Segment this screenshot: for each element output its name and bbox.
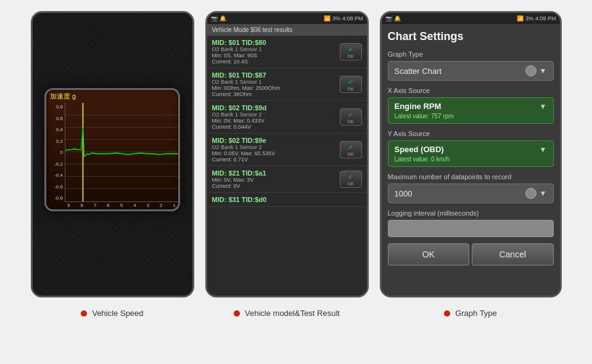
y-label-08: 0.8	[56, 104, 63, 110]
y-axis-latest: Latest value: 0 km/h	[395, 156, 547, 163]
red-dot-2	[234, 310, 240, 317]
graph-type-dropdown[interactable]: Scatter Chart ▼	[388, 61, 554, 81]
dropdown-right-2: ▼	[525, 188, 547, 199]
x-axis-box-header: Engine RPM ▼	[395, 102, 547, 111]
graph-type-value: Scatter Chart	[395, 67, 442, 76]
ok-check-1: ✓	[348, 45, 354, 54]
y-axis-box[interactable]: Speed (OBD) ▼ Latest value: 0 km/h	[388, 140, 554, 167]
chevron-down-icon-1: ▼	[540, 67, 547, 75]
max-datapoints-label: Maximum number of datapoints to record	[388, 173, 554, 180]
label-panel-3: Graph Type	[380, 309, 562, 318]
max-datapoints-value: 1000	[395, 189, 413, 198]
ok-dialog-button[interactable]: OK	[388, 243, 470, 265]
y-label-06: 0.6	[56, 116, 63, 121]
dropdown-right-1: ▼	[525, 65, 547, 76]
phone-frame-2: 📷 🔔 📶 3% 4:08 PM Vehicle Mode $06 test r…	[205, 11, 369, 297]
test-item-info-4: MID: $02 TID:$9e O2 Bank 1 Sensor 2 Min:…	[212, 137, 340, 163]
phone-frame-1: 加速度 g 0.8 0.6 0.4 0.2 0 -0.2 -0.4 -0.6 -…	[31, 11, 194, 297]
status-bar-left-2: 📷 🔔	[211, 15, 226, 22]
y-label-neg04: -0.4	[54, 172, 63, 178]
y-label-04: 0.4	[56, 127, 63, 132]
y-axis-label: Y Axis Source	[388, 130, 554, 137]
test-list: MID: $01 TID:$80 O2 Bank 1 Sensor 1 Min:…	[207, 36, 367, 296]
status-bar-right-3: 📶 3% 4:09 PM	[517, 15, 556, 22]
ok-check-5: ✓	[348, 172, 354, 181]
ok-check-2: ✓	[348, 78, 354, 86]
max-datapoints-dropdown[interactable]: 1000 ▼	[388, 184, 554, 203]
test-mid-6: MID: $31 TID:$d0	[212, 196, 362, 203]
chevron-down-icon-4: ▼	[540, 189, 547, 198]
chart-plot	[65, 103, 178, 202]
graph-type-label: Graph Type	[388, 51, 554, 58]
chart-area: 0.8 0.6 0.4 0.2 0 -0.2 -0.4 -0.6 -0.8	[46, 103, 178, 202]
panel-vehicle-speed: 加速度 g 0.8 0.6 0.4 0.2 0 -0.2 -0.4 -0.6 -…	[31, 11, 194, 297]
label-panel-1: Vehicle Speed	[31, 309, 194, 318]
label-panel-2: Vehicle model&Test Result	[205, 309, 369, 318]
x-axis-name: Engine RPM	[395, 102, 442, 111]
red-dot-3	[444, 310, 450, 317]
test-item-info-1: MID: $01 TID:$80 O2 Bank 1 Sensor 1 Min:…	[212, 39, 340, 65]
test-range-2: Min: 0Ohm, Max: 2500Ohm	[212, 85, 340, 91]
x-axis: 9 8 7 6 5 4 3 2 1	[46, 202, 178, 209]
test-mid-1: MID: $01 TID:$80	[212, 39, 340, 46]
ok-button-2[interactable]: ✓ OK	[340, 76, 362, 93]
y-label-neg08: -0.8	[54, 195, 63, 201]
test-range-1: Min: 0S, Max: 90S	[212, 52, 340, 59]
status-bar-3: 📷 🔔 📶 3% 4:09 PM	[382, 13, 560, 24]
ok-text-3: OK	[347, 119, 353, 124]
y-axis-box-header: Speed (OBD) ▼	[395, 145, 547, 154]
y-label-0: 0	[60, 150, 63, 155]
test-current-2: Current: 38Ohm	[212, 91, 340, 97]
ok-text-2: OK	[347, 87, 353, 91]
test-current-3: Current: 0.044V	[212, 124, 340, 130]
ok-check-3: ✓	[348, 110, 354, 119]
chart-widget: 加速度 g 0.8 0.6 0.4 0.2 0 -0.2 -0.4 -0.6 -…	[44, 88, 180, 211]
test-item-info-5: MID: $21 TID:$a1 Min: 0V, Max: 3V Curren…	[212, 169, 340, 189]
test-sensor-1: O2 Bank 1 Sensor 1	[212, 46, 340, 52]
status-bar-left-3: 📷 🔔	[385, 15, 401, 22]
labels-row: Vehicle Speed Vehicle model&Test Result …	[0, 302, 592, 318]
ok-text-1: OK	[347, 54, 353, 59]
ok-button-3[interactable]: ✓ OK	[340, 108, 362, 126]
test-item-6: MID: $31 TID:$d0	[207, 193, 367, 207]
test-item-info-2: MID: $01 TID:$87 O2 Bank 1 Sensor 1 Min:…	[212, 71, 340, 97]
test-mid-4: MID: $02 TID:$9e	[212, 137, 340, 144]
label-text-2: Vehicle model&Test Result	[245, 309, 340, 318]
test-item-info-6: MID: $31 TID:$d0	[212, 196, 362, 203]
test-item-3: MID: $02 TID:$9d O2 Bank 1 Sensor 2 Min:…	[207, 101, 367, 134]
ok-button-5[interactable]: ✓ OK	[340, 171, 362, 188]
logging-label: Logging interval (milliseconds)	[388, 209, 554, 217]
chart-title: 加速度 g	[46, 90, 178, 103]
test-current-4: Current: 0.71V	[212, 156, 340, 163]
vehicle-mode-header: Vehicle Mode $06 test results	[207, 24, 367, 36]
radio-button-2[interactable]	[525, 188, 536, 199]
cancel-dialog-button[interactable]: Cancel	[472, 243, 554, 265]
y-axis-name: Speed (OBD)	[395, 145, 444, 154]
test-range-4: Min: 0.05V, Max: 65.535V	[212, 150, 340, 156]
panel-test-result: 📷 🔔 📶 3% 4:08 PM Vehicle Mode $06 test r…	[205, 11, 369, 297]
test-item-1: MID: $01 TID:$80 O2 Bank 1 Sensor 1 Min:…	[207, 36, 367, 68]
test-mid-2: MID: $01 TID:$87	[212, 71, 340, 79]
test-current-1: Current: 10.4S	[212, 59, 340, 65]
test-sensor-3: O2 Bank 1 Sensor 2	[212, 111, 340, 118]
radio-button-1[interactable]	[525, 65, 536, 76]
test-sensor-2: O2 Bank 1 Sensor 1	[212, 79, 340, 85]
logging-input[interactable]	[388, 220, 554, 237]
status-bar-2: 📷 🔔 📶 3% 4:08 PM	[207, 13, 367, 24]
x-axis-latest: Latest value: 757 rpm	[395, 113, 547, 119]
y-label-neg02: -0.2	[54, 161, 63, 167]
x-axis-box[interactable]: Engine RPM ▼ Latest value: 757 rpm	[388, 97, 554, 124]
ok-button-1[interactable]: ✓ OK	[340, 43, 362, 60]
test-item-info-3: MID: $02 TID:$9d O2 Bank 1 Sensor 2 Min:…	[212, 104, 340, 130]
phone-frame-3: 📷 🔔 📶 3% 4:09 PM Chart Settings Graph Ty…	[380, 11, 562, 297]
red-dot-1	[81, 310, 87, 317]
ok-button-4[interactable]: ✓ OK	[340, 141, 362, 158]
status-bar-right-2: 📶 3% 4:08 PM	[324, 15, 363, 22]
chart-settings-content: Chart Settings Graph Type Scatter Chart …	[382, 24, 560, 296]
test-current-5: Current: 0V	[212, 183, 340, 189]
test-mid-3: MID: $02 TID:$9d	[212, 104, 340, 111]
y-label-02: 0.2	[56, 139, 63, 144]
chevron-down-icon-2: ▼	[540, 102, 547, 111]
ok-text-4: OK	[347, 152, 353, 156]
chevron-down-icon-3: ▼	[540, 145, 547, 154]
